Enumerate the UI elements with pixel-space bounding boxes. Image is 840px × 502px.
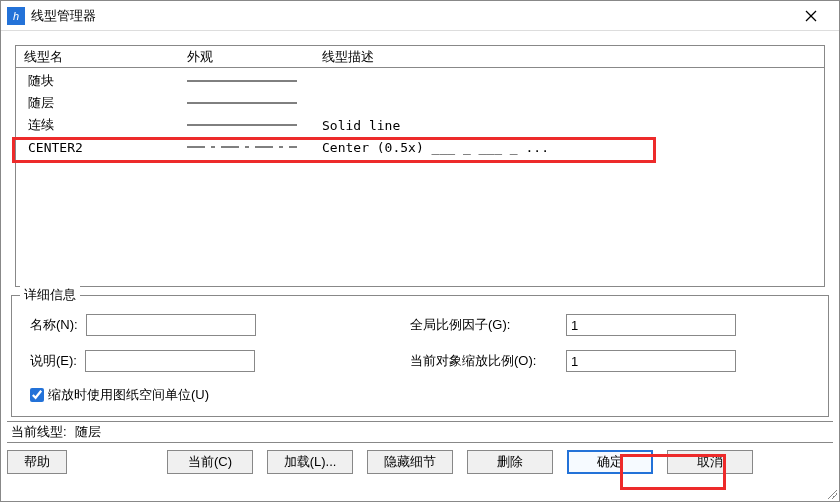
- row-desc: Center (0.5x) ___ _ ___ _ ...: [322, 140, 818, 155]
- current-scale-field[interactable]: [566, 350, 736, 372]
- use-paper-units-label: 缩放时使用图纸空间单位(U): [48, 386, 209, 404]
- titlebar: h 线型管理器: [1, 1, 839, 31]
- cancel-button[interactable]: 取消: [667, 450, 753, 474]
- current-linetype-label: 当前线型:: [11, 423, 67, 441]
- row-name: 连续: [22, 116, 187, 134]
- load-button[interactable]: 加载(L)...: [267, 450, 353, 474]
- details-group: 详细信息 名称(N): 全局比例因子(G): 说明(E): 当前对象缩放比例(O…: [11, 295, 829, 417]
- current-button[interactable]: 当前(C): [167, 450, 253, 474]
- name-label: 名称(N):: [30, 316, 78, 334]
- delete-button[interactable]: 删除: [467, 450, 553, 474]
- name-field[interactable]: [86, 314, 256, 336]
- hide-detail-button[interactable]: 隐藏细节: [367, 450, 453, 474]
- row-name: CENTER2: [22, 140, 187, 155]
- row-desc: Solid line: [322, 118, 818, 133]
- row-appearance: [187, 120, 322, 130]
- current-linetype-value: 随层: [75, 423, 101, 441]
- list-row[interactable]: CENTER2 Center (0.5x) ___ _ ___ _ ...: [16, 136, 824, 158]
- desc-label: 说明(E):: [30, 352, 77, 370]
- linetype-list[interactable]: 线型名 外观 线型描述 随块 随层 连续 Solid line CENTER: [15, 45, 825, 287]
- row-name: 随块: [22, 72, 187, 90]
- current-scale-label: 当前对象缩放比例(O):: [410, 352, 558, 370]
- row-name: 随层: [22, 94, 187, 112]
- list-row[interactable]: 随块: [16, 70, 824, 92]
- list-body: 随块 随层 连续 Solid line CENTER2: [16, 68, 824, 158]
- list-row[interactable]: 连续 Solid line: [16, 114, 824, 136]
- list-row[interactable]: 随层: [16, 92, 824, 114]
- close-icon: [805, 10, 817, 22]
- help-button[interactable]: 帮助: [7, 450, 67, 474]
- desc-field[interactable]: [85, 350, 255, 372]
- global-scale-label: 全局比例因子(G):: [410, 316, 558, 334]
- ok-button[interactable]: 确定: [567, 450, 653, 474]
- header-appearance[interactable]: 外观: [187, 48, 322, 66]
- header-desc[interactable]: 线型描述: [322, 48, 818, 66]
- app-icon: h: [7, 7, 25, 25]
- header-name[interactable]: 线型名: [22, 48, 187, 66]
- row-appearance: [187, 76, 322, 86]
- button-bar: 帮助 当前(C) 加载(L)... 隐藏细节 删除 确定 取消: [7, 447, 833, 477]
- use-paper-units-checkbox[interactable]: [30, 388, 44, 402]
- global-scale-field[interactable]: [566, 314, 736, 336]
- list-header: 线型名 外观 线型描述: [16, 46, 824, 68]
- row-appearance: [187, 98, 322, 108]
- row-appearance: [187, 142, 322, 152]
- details-legend: 详细信息: [20, 286, 80, 304]
- resize-grip[interactable]: [825, 487, 837, 499]
- current-linetype-row: 当前线型: 随层: [7, 421, 833, 443]
- window-title: 线型管理器: [31, 7, 791, 25]
- close-button[interactable]: [791, 2, 831, 30]
